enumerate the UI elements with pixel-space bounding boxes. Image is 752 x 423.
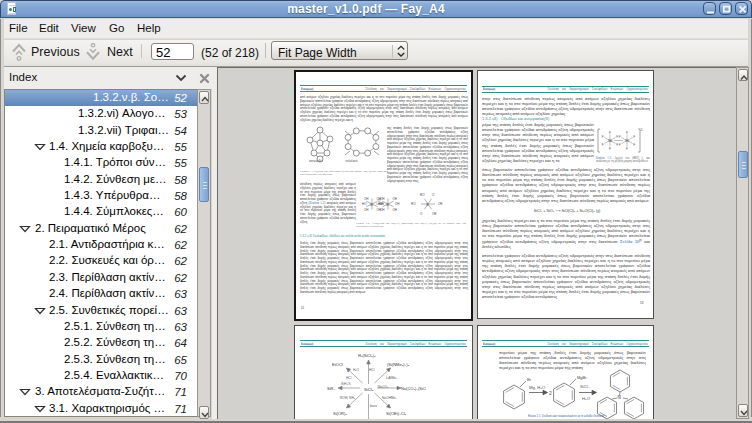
svg-text:2: 2 [549,390,552,396]
svg-text:H₂O: H₂O [582,396,591,401]
svg-text:base: base [370,404,377,408]
svg-text:2-: 2- [641,128,645,132]
svg-text:SiCl₂: SiCl₂ [364,387,374,392]
svg-text:OH: OH [393,197,398,201]
svg-text:EtOCl: EtOCl [332,362,343,367]
svg-text:OH: OH [380,197,385,201]
svg-text:OH: OH [393,208,398,212]
svg-text:Sb: Sb [625,139,629,143]
svg-text:Si: Si [426,203,429,207]
svg-text:O: O [420,212,423,216]
svg-text:Si: Si [386,203,389,207]
svg-text:OR: OR [438,202,443,206]
svg-text:F: F [602,135,604,139]
svg-text:LiAlMe₄: LiAlMe₄ [386,376,398,380]
svg-text:F: F [609,131,611,135]
svg-text:F: F [633,135,635,139]
svg-text:F: F [619,143,621,147]
svg-text:F: F [616,135,618,139]
svg-text:NaOHMe₄: NaOHMe₄ [382,396,398,400]
svg-text:Si: Si [370,203,373,207]
svg-text:RO: RO [420,193,425,197]
svg-text:MgBr: MgBr [577,375,587,380]
svg-text:F: F [619,135,621,139]
svg-text:Si(OR)₃: Si(OR)₃ [333,411,347,416]
svg-text:H₂O: H₂O [353,368,360,372]
svg-text:F: F [626,131,628,135]
svg-text:(Si(NMe₂)₄)₂: (Si(NMe₂)₄)₂ [387,362,410,367]
svg-text:HCl: HCl [346,376,352,380]
svg-text:SiR₄: SiR₄ [327,386,335,391]
svg-text:Si(OEt)₄Cl₂: Si(OEt)₄Cl₂ [386,411,407,416]
svg-text:H₂(SiCl₃)₂: H₂(SiCl₃)₂ [358,353,376,358]
svg-text:OH: OH [395,202,400,206]
svg-text:HO: HO [362,202,367,206]
svg-text:Sb: Sb [608,139,612,143]
svg-text:RO: RO [411,202,416,206]
svg-text:Na(CO₃)₄(SiCl₃): Na(CO₃)₄(SiCl₃) [401,386,426,391]
svg-text:O: O [432,193,435,197]
svg-text:HCl: HCl [369,368,375,372]
svg-text:OR: OR [432,212,437,216]
svg-text:SiH₄/X: SiH₄/X [341,382,351,386]
svg-text:F: F [626,147,628,151]
svg-text:ROH, NH₃: ROH, NH₃ [340,396,356,400]
svg-text:N: N [618,395,621,400]
svg-text:OH: OH [364,208,369,212]
svg-text:SiCl₄: SiCl₄ [580,384,590,389]
svg-text:Br: Br [527,377,532,382]
svg-text:F: F [602,143,604,147]
svg-text:Mg, H₂O: Mg, H₂O [529,385,546,390]
svg-text:F: F [609,147,611,151]
svg-text:OH: OH [364,197,369,201]
svg-text:F: F [616,143,618,147]
svg-text:OH: OH [380,208,385,212]
svg-text:F: F [633,143,635,147]
